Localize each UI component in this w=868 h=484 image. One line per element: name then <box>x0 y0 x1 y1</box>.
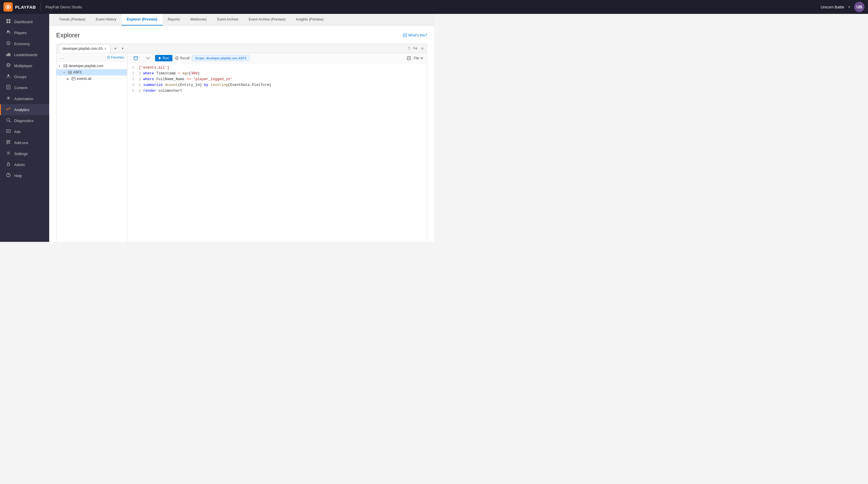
svg-marker-1 <box>7 6 9 8</box>
main-content: Trends (Preview) Event History Explorer … <box>49 14 434 242</box>
save-icon[interactable] <box>407 56 411 60</box>
tab-webhooks[interactable]: Webhooks <box>185 14 212 26</box>
sidebar-item-economy[interactable]: $ Economy <box>0 38 49 49</box>
diagnostics-icon <box>5 118 11 124</box>
tree-arrow-root: ▾ <box>59 65 62 68</box>
table-icon <box>71 77 75 81</box>
svg-rect-31 <box>7 164 9 166</box>
sidebar-item-multiplayer[interactable]: Multiplayer <box>0 60 49 71</box>
sidebar-item-help[interactable]: Help <box>0 170 49 181</box>
tree-item-root[interactable]: ▾ developer.playfab.com <box>56 63 127 69</box>
editor-toolbar-right: File <box>407 56 423 60</box>
run-button[interactable]: Run <box>155 55 173 61</box>
topbar-divider <box>40 3 41 11</box>
help-icon <box>5 173 11 179</box>
sidebar-item-addons[interactable]: Add-ons <box>0 137 49 148</box>
svg-marker-38 <box>107 56 110 59</box>
query-tab-dropdown[interactable]: ▾ <box>120 45 126 52</box>
sidebar-label-groups: Groups <box>14 75 27 79</box>
dashboard-icon <box>5 19 11 25</box>
logo: PLAYFAB <box>3 2 36 11</box>
svg-rect-25 <box>7 140 8 142</box>
prev-button[interactable] <box>143 56 153 61</box>
svg-rect-34 <box>403 34 407 37</box>
ads-icon <box>5 129 11 134</box>
recall-button[interactable]: Recall <box>175 56 189 60</box>
tab-event-history[interactable]: Event History <box>91 14 122 26</box>
svg-rect-5 <box>9 22 10 23</box>
svg-line-21 <box>9 121 10 122</box>
whats-this-button[interactable]: What's this? <box>403 33 427 37</box>
code-line-5: 5 | render columnchart <box>127 89 427 95</box>
query-tab-add-button[interactable]: + <box>111 44 120 53</box>
tree-item-a5f3[interactable]: ▾ A5F3 <box>56 69 127 75</box>
tab-event-archive-preview[interactable]: Event Archive (Preview) <box>244 14 291 26</box>
multiplayer-icon <box>5 63 11 69</box>
sidebar-item-settings[interactable]: Settings <box>0 148 49 159</box>
tab-event-archive[interactable]: Event Archive <box>212 14 243 26</box>
tab-explorer[interactable]: Explorer (Preview) <box>122 14 162 26</box>
svg-rect-26 <box>9 140 10 142</box>
page-title: Explorer <box>56 32 80 39</box>
logo-text: PLAYFAB <box>15 5 36 9</box>
collapse-button[interactable] <box>131 55 141 61</box>
query-panel: developer.playfab.com.A5 ✕ + ▾ ? <box>56 44 427 242</box>
sidebar-label-analytics: Analytics <box>14 108 29 112</box>
sidebar: Dashboard Players $ Economy Leaderboards… <box>0 14 49 242</box>
sidebar-label-ads: Ads <box>14 130 21 134</box>
sidebar-label-content: Content <box>14 86 28 90</box>
sidebar-item-leaderboards[interactable]: Leaderboards <box>0 49 49 60</box>
svg-point-33 <box>8 176 8 176</box>
sidebar-item-ads[interactable]: Ads <box>0 126 49 137</box>
tab-trends[interactable]: Trends (Preview) <box>54 14 91 26</box>
sidebar-item-players[interactable]: Players <box>0 27 49 38</box>
code-line-3: 3 | where FullName_Name == 'player_logge… <box>127 77 427 83</box>
sidebar-item-diagnostics[interactable]: Diagnostics <box>0 115 49 126</box>
svg-point-14 <box>7 74 9 76</box>
sidebar-label-automation: Automation <box>14 97 33 101</box>
svg-rect-47 <box>134 56 137 60</box>
code-line-2: 2 | where Timestamp > ago(30d) <box>127 71 427 77</box>
tree-panel: ... Favorites ▾ developer.playfa <box>56 53 127 242</box>
svg-rect-12 <box>9 54 10 56</box>
settings-query-icon[interactable] <box>421 46 425 51</box>
svg-rect-3 <box>9 19 10 21</box>
sidebar-item-groups[interactable]: Groups <box>0 71 49 82</box>
svg-point-37 <box>422 48 423 49</box>
explorer-header: Explorer What's this? <box>56 32 427 39</box>
svg-point-20 <box>7 118 9 121</box>
sidebar-item-content[interactable]: Content <box>0 82 49 93</box>
sidebar-item-analytics[interactable]: Analytics <box>0 104 49 115</box>
help-query-icon[interactable]: ? <box>408 46 410 51</box>
sidebar-label-help: Help <box>14 173 22 178</box>
query-tab-close[interactable]: ✕ <box>104 47 107 51</box>
tree-more-button[interactable]: ... <box>59 55 64 60</box>
sidebar-label-players: Players <box>14 31 27 35</box>
tab-insights[interactable]: Insights (Preview) <box>291 14 329 26</box>
svg-rect-27 <box>7 142 8 144</box>
svg-point-41 <box>66 65 67 65</box>
settings-icon <box>5 151 11 157</box>
favorites-button[interactable]: Favorites <box>107 56 124 59</box>
leaderboards-icon <box>5 52 11 58</box>
query-tab-main[interactable]: developer.playfab.com.A5 ✕ <box>59 44 111 53</box>
sidebar-label-diagnostics: Diagnostics <box>14 119 34 123</box>
tabs-bar: Trends (Preview) Event History Explorer … <box>49 14 434 26</box>
tree-item-events-all[interactable]: ▶ events.all <box>56 75 127 82</box>
sidebar-label-dashboard: Dashboard <box>14 20 33 24</box>
sidebar-item-admin[interactable]: Admin <box>0 159 49 170</box>
content-icon <box>5 85 11 91</box>
tree-content: ▾ developer.playfab.com ▾ A5F3 <box>56 62 127 242</box>
explorer-area: Explorer What's this? developer.playfab.… <box>49 26 434 242</box>
tree-label-a5f3: A5F3 <box>73 70 82 74</box>
sidebar-item-automation[interactable]: Automation <box>0 93 49 104</box>
code-editor[interactable]: 1 ['events.all'] 2 | where Timestamp > a… <box>127 63 427 242</box>
automation-icon <box>5 96 11 101</box>
share-icon[interactable] <box>413 46 417 51</box>
tab-reports[interactable]: Reports <box>163 14 185 26</box>
sidebar-item-dashboard[interactable]: Dashboard <box>0 16 49 27</box>
server-icon <box>63 64 67 68</box>
file-button[interactable]: File <box>414 56 423 60</box>
query-tab-label: developer.playfab.com.A5 <box>62 46 102 51</box>
svg-point-42 <box>66 67 67 67</box>
